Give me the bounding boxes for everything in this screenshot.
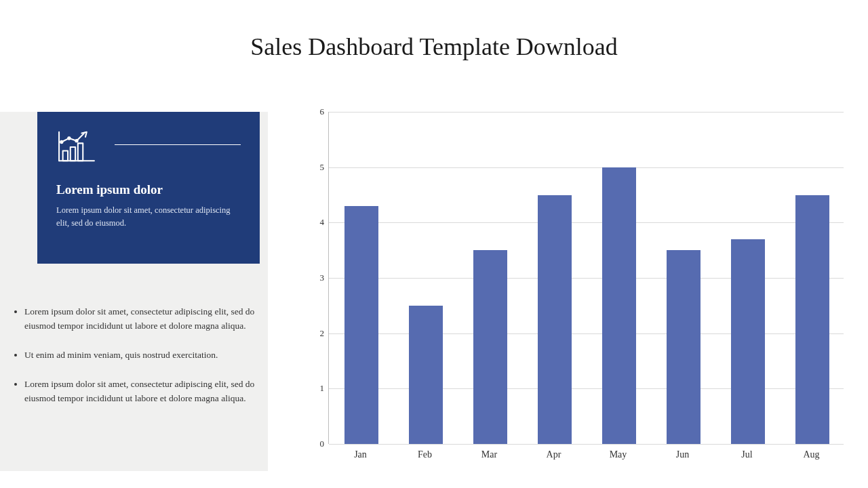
- svg-point-7: [75, 140, 77, 142]
- chart-bar: [602, 167, 636, 444]
- chart-gridline: [329, 167, 844, 168]
- chart-x-tick-label: Jun: [676, 449, 689, 460]
- svg-point-5: [60, 141, 62, 143]
- chart-bar: [667, 250, 701, 444]
- svg-point-6: [68, 137, 70, 139]
- list-item: Lorem ipsum dolor sit amet, consectetur …: [24, 305, 256, 333]
- chart-x-tick-label: Aug: [803, 449, 819, 460]
- chart-x-tick-label: Feb: [418, 449, 432, 460]
- card-body-text: Lorem ipsum dolor sit amet, consectetur …: [56, 204, 241, 230]
- chart-x-tick-label: May: [610, 449, 627, 460]
- chart-gridline: [329, 222, 844, 223]
- chart-bar: [473, 250, 507, 444]
- bullet-list: Lorem ipsum dolor sit amet, consectetur …: [12, 305, 256, 421]
- chart-x-tick-label: Jan: [354, 449, 367, 460]
- chart-bar: [344, 206, 378, 444]
- chart-bar: [731, 239, 765, 444]
- chart-y-tick-label: 4: [300, 217, 324, 228]
- svg-rect-3: [71, 147, 75, 161]
- chart-gridline: [329, 444, 844, 445]
- chart-y-tick-label: 5: [300, 162, 324, 173]
- card-heading: Lorem ipsum dolor: [56, 182, 241, 197]
- chart-x-tick-label: Apr: [547, 449, 561, 460]
- left-panel: Lorem ipsum dolor Lorem ipsum dolor sit …: [0, 112, 268, 471]
- chart-x-tick-label: Mar: [481, 449, 497, 460]
- svg-rect-4: [78, 143, 83, 161]
- chart-y-tick-label: 3: [300, 272, 324, 283]
- chart-bar: [538, 195, 572, 445]
- chart-plot-area: [328, 112, 844, 444]
- chart-y-tick-label: 6: [300, 106, 324, 117]
- card-divider: [115, 144, 241, 145]
- chart-gridline: [329, 278, 844, 279]
- chart-x-tick-label: Jul: [741, 449, 752, 460]
- chart-gridline: [329, 112, 844, 113]
- bar-chart: 0123456 JanFebMarAprMayJunJulAug: [300, 112, 849, 471]
- list-item: Lorem ipsum dolor sit amet, consectetur …: [24, 378, 256, 406]
- chart-gridline: [329, 333, 844, 334]
- chart-gridline: [329, 388, 844, 389]
- list-item: Ut enim ad minim veniam, quis nostrud ex…: [24, 348, 256, 363]
- chart-x-axis: JanFebMarAprMayJunJulAug: [328, 449, 844, 467]
- chart-bar: [409, 306, 443, 444]
- page-title: Sales Dashboard Template Download: [0, 33, 868, 61]
- info-card: Lorem ipsum dolor Lorem ipsum dolor sit …: [37, 112, 260, 264]
- chart-y-tick-label: 1: [300, 383, 324, 394]
- chart-bar: [795, 195, 829, 445]
- chart-y-tick-label: 0: [300, 439, 324, 449]
- chart-y-tick-label: 2: [300, 328, 324, 339]
- bar-chart-growth-icon: [56, 129, 97, 163]
- svg-rect-2: [63, 150, 68, 161]
